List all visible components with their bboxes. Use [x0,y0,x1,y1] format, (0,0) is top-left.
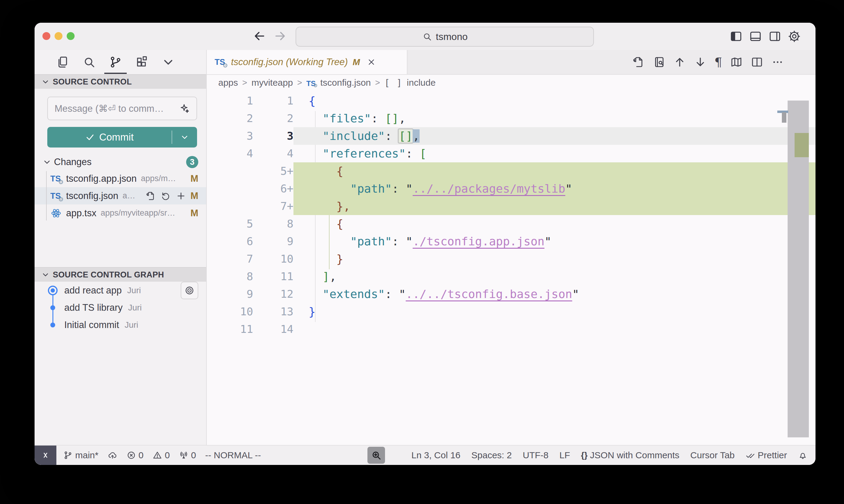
toggle-panel-icon[interactable] [749,30,762,43]
commit-row[interactable]: Initial commitJuri [35,316,206,334]
code-line[interactable]: 1013} [207,303,815,321]
status-item[interactable]: Prettier [745,450,787,461]
close-window-button[interactable] [42,32,50,40]
commit-message-input[interactable]: Message (⌘⏎ to comm… [47,96,197,120]
desktop-background: tsmono SOURCE CONTROL Message (⌘⏎ [0,0,844,504]
status-item-label: LF [559,450,570,461]
map-icon[interactable] [730,56,743,69]
commit-dot [50,323,55,327]
commit-row[interactable]: add TS libraryJuri [35,299,206,316]
code-token: "path" [350,235,392,248]
discard-changes-icon[interactable] [161,191,171,201]
more-actions-icon[interactable] [771,56,784,69]
status-item[interactable] [108,450,117,460]
source-control-section-header[interactable]: SOURCE CONTROL [35,74,206,89]
modified-line-number: 1 [253,92,293,110]
status-item[interactable]: 0 [153,450,170,461]
commit-author: Juri [128,303,142,312]
stage-changes-icon[interactable] [176,191,186,201]
commit-message: add TS library [64,302,122,313]
next-change-icon[interactable] [694,56,707,69]
breadcrumb-item[interactable]: tsconfig.json [321,77,371,88]
status-item[interactable]: Spaces: 2 [471,450,512,461]
minimize-window-button[interactable] [55,32,63,40]
breadcrumb-item[interactable]: apps [218,77,238,88]
breadcrumb-item[interactable]: myviteapp [251,77,293,88]
code-line[interactable]: 22 "files": [], [207,110,815,127]
extensions-icon[interactable] [135,55,149,69]
status-item[interactable]: UTF-8 [523,450,548,461]
code-line[interactable]: 44 "references": [ [207,145,815,162]
modified-line-number: 2 [253,110,293,127]
code-editor[interactable]: 11{22 "files": [],33 "include": [],44 "r… [207,91,815,445]
tab-tsconfig-working-tree[interactable]: TS⚙ tsconfig.json (Working Tree) M [207,50,408,74]
status-item[interactable]: 0 [126,450,144,461]
code-line[interactable]: 69 "path": "./tsconfig.app.json" [207,233,815,250]
code-token: " [545,235,551,248]
status-item[interactable]: {}JSON with Comments [581,450,679,461]
commit-button-main[interactable]: Commit [47,131,172,143]
code-line[interactable]: 912 "extends": "../../tsconfig.base.json… [207,285,815,303]
commit-dropdown-button[interactable] [172,133,197,142]
code-token[interactable]: ./tsconfig.app.json [413,235,545,248]
code-line[interactable]: 33 "include": [], [207,127,815,145]
checkout-ref-button[interactable] [181,282,198,299]
code-line[interactable]: 811 ], [207,268,815,285]
code-token: " [572,287,579,301]
status-item[interactable]: -- NORMAL -- [205,450,261,461]
toggle-whitespace-icon[interactable]: ¶ [714,56,722,69]
vscode-window: tsmono SOURCE CONTROL Message (⌘⏎ [35,23,815,465]
status-item[interactable]: LF [559,450,570,461]
code-line[interactable]: 710 } [207,250,815,268]
more-views-chevron-icon[interactable] [161,55,175,69]
changed-file-row[interactable]: TS⚙tsconfig.jsona…M [35,187,206,204]
previous-change-icon[interactable] [673,56,686,69]
open-file-icon[interactable] [632,56,645,69]
code-token[interactable]: ../../tsconfig.base.json [406,287,572,301]
code-line[interactable]: 11{ [207,92,815,110]
workbench: SOURCE CONTROL Message (⌘⏎ to comm… Comm… [35,50,815,445]
search-text: tsmono [436,31,468,42]
code-line[interactable]: 1114 [207,321,815,338]
open-file-icon[interactable] [145,191,156,201]
file-name: tsconfig.app.json [66,173,137,184]
toggle-secondary-sidebar-icon[interactable] [768,30,781,43]
breadcrumb-separator: > [297,78,302,88]
commit-row[interactable]: add react appJuri [35,282,206,299]
source-control-graph-header[interactable]: SOURCE CONTROL GRAPH [35,267,206,282]
maximize-window-button[interactable] [67,32,74,40]
inline-view-icon[interactable] [653,56,666,69]
code-line[interactable]: 6+ "path": "../../packages/mytslib" [207,180,815,197]
code-token[interactable]: ../../packages/mytslib [413,182,565,195]
status-bar: main*000-- NORMAL -- Ln 3, Col 16Spaces:… [35,445,815,465]
code-line[interactable]: 7+ }, [207,197,815,215]
copilot-sparkle-icon[interactable] [179,103,190,114]
command-center-search[interactable]: tsmono [296,26,594,47]
status-item[interactable] [798,450,808,460]
changed-file-row[interactable]: TS⚙tsconfig.app.jsonapps/m…M [35,170,206,187]
title-bar: tsmono [35,23,815,50]
tree-indent-guide [46,171,47,220]
toggle-primary-sidebar-icon[interactable] [729,30,743,43]
status-item[interactable]: Cursor Tab [690,450,735,461]
forward-arrow-icon[interactable] [273,30,287,43]
code-line[interactable]: 5+ { [207,162,815,180]
explorer-icon[interactable] [56,55,70,69]
file-name: tsconfig.json [66,191,118,201]
back-arrow-icon[interactable] [253,30,266,43]
commit-button[interactable]: Commit [47,127,197,147]
close-tab-icon[interactable] [367,57,376,67]
changes-header[interactable]: Changes 3 [35,154,206,170]
status-item[interactable]: 0 [179,450,196,461]
code-line[interactable]: 58 { [207,215,815,233]
search-view-icon[interactable] [82,55,96,69]
code-token: , [399,112,406,125]
status-item[interactable]: main* [63,450,99,461]
split-editor-icon[interactable] [751,56,763,69]
changed-file-row[interactable]: app.tsxapps/myviteapp/sr…M [35,204,206,222]
settings-gear-icon[interactable] [788,30,801,43]
status-item[interactable]: Ln 3, Col 16 [411,450,461,461]
breadcrumb-item[interactable]: include [407,77,436,88]
remote-indicator[interactable] [35,446,56,465]
source-control-icon[interactable] [108,55,122,69]
